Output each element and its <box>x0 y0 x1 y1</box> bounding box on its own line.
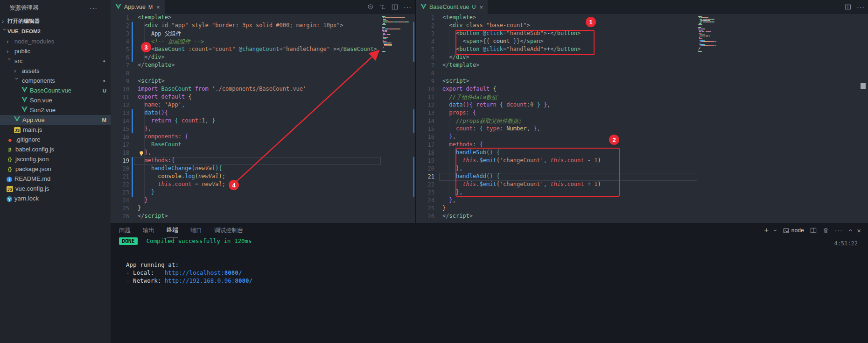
right-code-line-2[interactable]: <div class="base-count"> <box>442 22 530 30</box>
left-code-line-25[interactable]: } <box>138 205 141 213</box>
right-code-line-19[interactable]: this.$emit('changeCount', this.count - 1… <box>442 157 601 165</box>
tree-item-yarn-lock[interactable]: yyarn.lock <box>0 193 111 203</box>
left-code-line-2[interactable]: <div id="app" style="border: 3px solid #… <box>138 22 343 30</box>
left-code-line-15[interactable]: }, <box>138 125 151 133</box>
split-editor-icon[interactable] <box>392 4 398 10</box>
scrollbar-thumb[interactable] <box>861 83 866 89</box>
right-code-line-12[interactable]: data(){ return { dcount:0 } }, <box>442 101 550 109</box>
panel-tab[interactable]: 终端 <box>167 223 178 237</box>
tree-item-assets[interactable]: ›assets <box>0 66 111 76</box>
terminal-button[interactable]: node <box>783 227 804 234</box>
right-code-line-6[interactable]: </div> <box>442 54 469 62</box>
more-actions-icon[interactable]: ··· <box>857 3 865 11</box>
right-code-line-3[interactable]: <button @click="handleSub">-</button> <box>442 30 581 38</box>
tree-item-vue-config-js[interactable]: JSvue.config.js <box>0 184 111 193</box>
right-code-line-4[interactable]: <span>{{ count }}</span> <box>442 38 544 46</box>
tree-item-jsconfig-json[interactable]: {}jsconfig.json <box>0 154 111 164</box>
history-icon[interactable] <box>367 4 374 10</box>
right-code-line-9[interactable]: <script> <box>442 78 469 86</box>
tree-item-main-js[interactable]: JSmain.js <box>0 125 111 135</box>
more-actions-icon[interactable]: ··· <box>90 0 98 16</box>
right-code-line-7[interactable]: </template> <box>442 62 479 70</box>
right-code-line-11[interactable]: //子组件data数据 <box>442 93 497 101</box>
left-code-line-9[interactable]: <script> <box>138 78 165 86</box>
close-button[interactable]: × <box>857 227 861 235</box>
chevron-down-button[interactable]: › <box>775 227 777 234</box>
right-code-line-10[interactable]: export default { <box>442 86 497 93</box>
right-code-line-20[interactable]: }, <box>442 165 462 173</box>
left-code-line-11[interactable]: export default { <box>138 93 192 101</box>
right-code-line-13[interactable]: props: { <box>442 109 476 117</box>
minimap[interactable] <box>698 16 731 52</box>
left-code-line-3[interactable]: App 父组件 <box>138 30 182 38</box>
panel-tab[interactable]: 调试控制台 <box>214 224 244 237</box>
right-code-line-1[interactable]: <template> <box>442 14 476 22</box>
left-code-line-14[interactable]: return { count:1, } <box>138 117 215 125</box>
tree-item--gitignore[interactable]: ◆.gitignore <box>0 135 111 144</box>
right-code-line-25[interactable]: } <box>442 205 446 213</box>
panel-tab[interactable]: 问题 <box>119 224 131 237</box>
more-actions-button[interactable]: ··· <box>835 227 843 234</box>
tree-item-src[interactable]: ›src● <box>0 56 111 66</box>
split-terminal-button[interactable] <box>810 227 817 234</box>
terminal-link[interactable]: 8080/ <box>235 277 252 284</box>
tab-basecount-vue[interactable]: BaseCount.vue U × <box>416 0 488 14</box>
tree-item-son2-vue[interactable]: Son2.vue <box>0 105 111 115</box>
tree-item-components[interactable]: ›components● <box>0 76 111 86</box>
left-code-line-12[interactable]: name: 'App', <box>138 101 185 109</box>
code-editor-basecount-vue[interactable]: 1<template>2 <div class="base-count">3 <… <box>416 14 868 223</box>
left-code-line-1[interactable]: <template> <box>138 14 171 22</box>
open-editors-section[interactable]: › 打开的编辑器 <box>0 16 111 26</box>
right-code-line-24[interactable]: }, <box>442 197 456 205</box>
right-code-line-15[interactable]: count: { type: Number, }, <box>442 125 540 133</box>
right-code-line-5[interactable]: <button @click="handleAdd">+</button> <box>442 46 581 54</box>
right-code-line-16[interactable]: }, <box>442 133 456 141</box>
right-code-line-14[interactable]: //props获取父组件数据; <box>442 117 522 125</box>
lightbulb-icon[interactable] <box>139 150 145 156</box>
left-code-line-6[interactable]: </div> <box>138 54 165 62</box>
right-code-line-17[interactable]: methods: { <box>442 141 483 149</box>
right-code-line-23[interactable]: }, <box>442 189 462 197</box>
tree-item-package-json[interactable]: {}package.json <box>0 164 111 174</box>
left-code-line-17[interactable]: BaseCount <box>138 141 182 149</box>
project-root-section[interactable]: › VUE_DEOM2 <box>0 26 111 36</box>
plus-button[interactable]: + <box>764 226 769 235</box>
left-code-line-20[interactable]: handleChange(newVal){ <box>138 165 222 173</box>
left-code-line-7[interactable]: </template> <box>138 62 175 70</box>
left-code-line-19[interactable]: methods:{ <box>138 157 175 165</box>
right-code-line-22[interactable]: this.$emit('changeCount', this.count + 1… <box>442 181 601 189</box>
close-icon[interactable]: × <box>479 4 483 11</box>
tree-item-son-vue[interactable]: Son.vue <box>0 95 111 105</box>
left-code-line-24[interactable]: } <box>138 197 148 205</box>
tree-item-node-modules[interactable]: ›node_modules <box>0 36 111 46</box>
left-code-line-13[interactable]: data(){ <box>138 109 168 117</box>
left-code-line-21[interactable]: console.log(newVal); <box>138 173 225 181</box>
left-code-line-26[interactable]: </script> <box>138 213 168 221</box>
panel-tab[interactable]: 输出 <box>143 224 154 237</box>
minimap[interactable] <box>382 16 414 52</box>
tree-item-readme-md[interactable]: iREADME.md <box>0 174 111 184</box>
split-editor-icon[interactable] <box>845 4 851 10</box>
left-code-line-16[interactable]: components: { <box>138 133 188 141</box>
tree-item-app-vue[interactable]: App.vueM <box>0 115 111 125</box>
open-changes-icon[interactable] <box>379 4 386 10</box>
left-code-line-4[interactable]: <!-- 加减组件 --> <box>138 38 204 46</box>
tab-app-vue[interactable]: App.vue M × <box>111 0 165 14</box>
right-code-line-21[interactable]: handleAdd() { <box>442 173 500 181</box>
tree-item-babel-config-js[interactable]: βbabel.config.js <box>0 144 111 154</box>
left-code-line-5[interactable]: <BaseCount :count="count" @changeCount="… <box>138 46 377 54</box>
close-icon[interactable]: × <box>156 4 160 11</box>
left-code-line-10[interactable]: import BaseCount from './components/Base… <box>138 86 306 93</box>
left-code-line-22[interactable]: this.count = newVal; <box>138 181 225 189</box>
chevron-up-button[interactable]: › <box>849 227 851 234</box>
tree-item-basecount-vue[interactable]: BaseCount.vueU <box>0 86 111 95</box>
terminal-link[interactable]: http://localhost: <box>165 269 224 276</box>
trash-button[interactable] <box>823 227 829 234</box>
terminal-link[interactable]: 8080/ <box>224 269 242 276</box>
right-code-line-26[interactable]: </script> <box>442 213 473 221</box>
terminal-link[interactable]: http://192.168.0.96: <box>165 277 235 284</box>
tree-item-public[interactable]: ›public <box>0 46 111 56</box>
code-editor-app-vue[interactable]: 1<template>2 <div id="app" style="border… <box>111 14 415 223</box>
more-actions-icon[interactable]: ··· <box>404 3 412 11</box>
right-code-line-18[interactable]: handleSub() { <box>442 149 500 157</box>
